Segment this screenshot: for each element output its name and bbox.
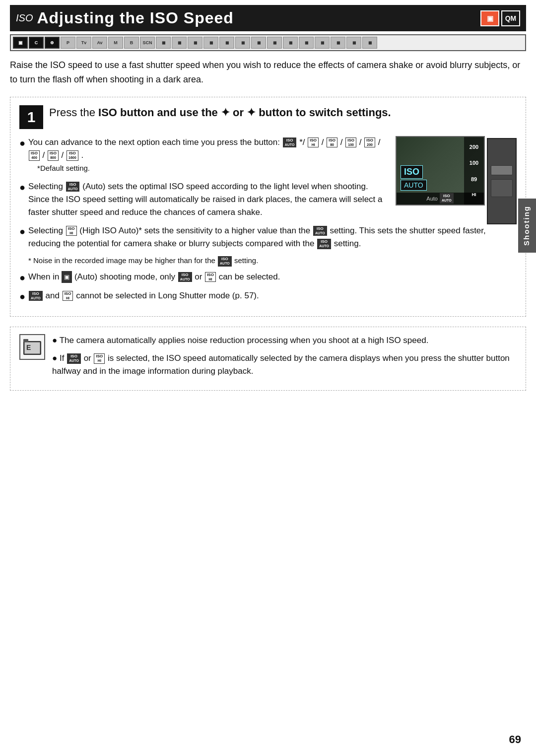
mode-3: ◼ xyxy=(188,37,202,49)
note-content: ● The camera automatically applies noise… xyxy=(52,334,517,383)
iso-hi-badge2: ISOHI xyxy=(205,272,216,282)
iso-badge-800: ISO800 xyxy=(48,150,59,160)
sep4: / xyxy=(359,137,362,147)
mode-2: ◼ xyxy=(172,37,187,49)
iso-badge-100: ISO100 xyxy=(345,137,356,147)
mode-5: ◼ xyxy=(219,37,234,49)
bullet-auto-mode-content: When in ▣ (Auto) shooting mode, only ISO… xyxy=(28,271,280,283)
note-icon-svg: E xyxy=(22,337,42,357)
iso-auto-badge6: ISOAUTO xyxy=(67,353,81,363)
iso-prefix: ISO xyxy=(16,12,33,24)
hi-rest3: setting. xyxy=(334,239,361,248)
sep6: / xyxy=(43,150,45,160)
bullet-auto: ● Selecting ISOAUTO (Auto) sets the opti… xyxy=(19,180,388,219)
hi-rest1: (High ISO Auto)* sets the sensitivity to… xyxy=(79,226,313,235)
bullets-area: ● You can advance to the next option eac… xyxy=(19,136,517,224)
mode-c: C xyxy=(29,37,44,49)
qm-icon: QM xyxy=(501,10,520,26)
auto-mode-rest1: (Auto) shooting mode, only xyxy=(74,272,178,281)
mode-7: ◼ xyxy=(251,37,266,49)
sep2: / xyxy=(322,137,324,147)
note-bullet-2: ● If ISOAUTO or ISOHI is selected, the I… xyxy=(52,352,517,378)
bullet-advance-content: You can advance to the next option each … xyxy=(28,136,388,175)
mode-p: P xyxy=(61,37,75,49)
iso-auto-badge5: ISOAUTO xyxy=(29,291,43,301)
iso-badge-200: ISO200 xyxy=(364,137,375,147)
preview-sidebar: 200 100 89 HI xyxy=(464,137,484,205)
camera-body xyxy=(487,138,517,224)
mode-tv: Tv xyxy=(76,37,91,49)
step-header: 1 Press the ISO button and use the ✦ or … xyxy=(19,105,517,129)
main-content-box: 1 Press the ISO button and use the ✦ or … xyxy=(10,97,526,317)
camera-icon: ▣ xyxy=(480,10,499,26)
preview-val-89: 89 xyxy=(471,176,477,182)
mode-11: ◼ xyxy=(315,37,330,49)
mode-scn: SCN xyxy=(140,37,155,49)
period: . xyxy=(81,150,83,160)
mode-14: ◼ xyxy=(362,37,377,49)
iso-badge-400: ISO400 xyxy=(29,150,40,160)
and-text: and xyxy=(46,291,62,300)
side-tab: Shooting xyxy=(518,199,536,253)
when-in-text: When in xyxy=(28,272,62,281)
mode-bar: ▣ C ⊕ P Tv Av M B SCN ◼ ◼ ◼ ◼ ◼ ◼ ◼ ◼ ◼ … xyxy=(10,34,526,51)
step-title: Press the ISO button and use the ✦ or ✦ … xyxy=(49,105,391,121)
mode-b: ⊕ xyxy=(45,37,60,49)
default-note: *Default setting. xyxy=(37,164,90,172)
svg-rect-4 xyxy=(23,339,28,342)
iso-auto-badge-note: ISOAUTO xyxy=(218,256,232,266)
iso-badge-80: ISO80 xyxy=(327,137,337,147)
bullet-auto-mode: ● When in ▣ (Auto) shooting mode, only I… xyxy=(19,271,517,284)
step-iso-label: ISO xyxy=(98,106,120,119)
note-text-1: The camera automatically applies noise r… xyxy=(60,336,429,345)
note-text-2-rest: is selected, the ISO speed automatically… xyxy=(52,353,510,376)
mode-9: ◼ xyxy=(283,37,298,49)
preview-iso-text: ISO xyxy=(401,165,423,179)
auto-rest: (Auto) sets the optimal ISO speed accord… xyxy=(28,182,382,217)
mode-1: ◼ xyxy=(156,37,171,49)
selecting-hi-label: Selecting xyxy=(28,226,66,235)
preview-val-100: 100 xyxy=(469,160,478,166)
bullet-long-shutter-content: ISOAUTO and ISOHI cannot be selected in … xyxy=(28,289,259,302)
note-or: or xyxy=(84,353,94,363)
bullet-hi-content: Selecting ISOHI (High ISO Auto)* sets th… xyxy=(28,224,517,251)
title-icons: ▣ QM xyxy=(480,10,520,26)
sep3: / xyxy=(340,137,343,147)
title-bar: ISO Adjusting the ISO Speed ▣ QM xyxy=(10,5,526,31)
long-shutter-rest: cannot be selected in Long Shutter mode … xyxy=(76,291,259,300)
camera-auto-icon: ▣ xyxy=(62,271,72,283)
cam-btn-1 xyxy=(491,165,513,175)
preview-val-200: 200 xyxy=(469,144,478,150)
cam-btn-2 xyxy=(491,179,513,197)
sep5: / xyxy=(378,137,381,147)
header-section: ISO Adjusting the ISO Speed ▣ QM ▣ C ⊕ P… xyxy=(0,0,536,51)
bullet-advance-text: You can advance to the next option each … xyxy=(28,137,282,147)
auto-mode-rest2: can be selected. xyxy=(219,272,280,281)
page-number: 69 xyxy=(509,733,521,746)
mode-12: ◼ xyxy=(331,37,345,49)
iso-auto-badge: ISOAUTO xyxy=(66,182,80,192)
preview-bottom-text: Auto xyxy=(426,196,438,202)
iso-auto-badge3: ISOAUTO xyxy=(317,239,331,249)
page-title: Adjusting the ISO Speed xyxy=(37,9,480,27)
iso-hi-badge4: ISOHI xyxy=(94,353,105,363)
note-bullet-1: ● The camera automatically applies noise… xyxy=(52,334,517,347)
mode-13: ◼ xyxy=(346,37,361,49)
step-title-part2: button and use the ✦ or ✦ but­ton to swi… xyxy=(120,106,391,119)
mode-8: ◼ xyxy=(267,37,282,49)
iso-auto-badge4: ISOAUTO xyxy=(178,272,192,282)
iso-badge-1600: ISO1600 xyxy=(67,150,78,160)
step-number: 1 xyxy=(19,105,43,129)
preview-auto-text: AUTO xyxy=(401,180,427,191)
iso-badge-auto-star: ISOAUTO xyxy=(283,137,297,147)
sep7: / xyxy=(62,150,64,160)
preview-val-hi: HI xyxy=(472,192,476,197)
iso-auto-badge2: ISOAUTO xyxy=(313,226,327,236)
mode-b2: B xyxy=(124,37,139,49)
intro-text: Raise the ISO speed to use a fast shutte… xyxy=(0,58,536,97)
bullet-advance: ● You can advance to the next option eac… xyxy=(19,136,388,175)
iso-badge-hi: ISOHI xyxy=(308,137,319,147)
bullet-long-shutter: ● ISOAUTO and ISOHI cannot be selected i… xyxy=(19,289,517,303)
camera-preview-area: 200 100 89 HI ISO AUTO Auto ISOAUTO xyxy=(396,136,517,224)
svg-text:E: E xyxy=(26,344,31,351)
